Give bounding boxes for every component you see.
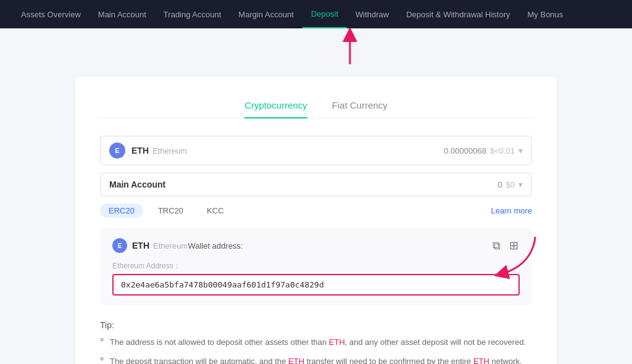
nav-margin-account[interactable]: Margin Account <box>230 0 302 28</box>
nav-deposit[interactable]: Deposit <box>302 0 347 28</box>
ethereum-address-label: Ethereum Address： <box>112 261 520 271</box>
coin-value: 0.00000068 $<0.01 <box>444 146 515 155</box>
ethereum-address-input[interactable] <box>112 274 520 296</box>
wallet-coin-symbol: ETH <box>132 241 149 250</box>
tip-list: The address is not allowed to deposit ot… <box>100 336 532 364</box>
account-balance: 0 $0 <box>497 180 515 189</box>
coin-fullname: Ethereum <box>152 146 187 155</box>
list-item: The deposit transaction will be automati… <box>100 355 532 364</box>
deposit-tabs: Cryptocurrency Fiat Currency <box>100 95 532 118</box>
chevron-down-icon: ▾ <box>518 146 523 155</box>
account-selector[interactable]: Main Account 0 $0 ▾ <box>100 173 532 196</box>
eth-icon: E <box>109 143 125 159</box>
nav-assets-overview[interactable]: Assets Overview <box>12 0 89 28</box>
coin-symbol: ETH <box>131 146 149 155</box>
eth-wallet-icon: E <box>112 238 127 253</box>
wallet-coin-full: Ethereum <box>153 241 188 250</box>
nav-trading-account[interactable]: Trading Account <box>155 0 230 28</box>
wallet-actions: ⧉ ⊞ <box>491 238 520 254</box>
chevron-down-icon-2: ▾ <box>518 180 523 189</box>
wallet-header: E ETH Ethereum Wallet address: ⧉ ⊞ <box>112 238 520 254</box>
nav-deposit-history[interactable]: Deposit & Withdrawal History <box>397 0 518 28</box>
navigation: Assets Overview Main Account Trading Acc… <box>0 0 632 28</box>
coin-selector[interactable]: E ETH Ethereum 0.00000068 $<0.01 ▾ <box>100 136 532 165</box>
nav-my-bonus[interactable]: My Bonus <box>519 0 572 28</box>
nav-withdraw[interactable]: Withdraw <box>347 0 397 28</box>
network-kcc[interactable]: KCC <box>198 204 232 218</box>
learn-more-link[interactable]: Learn more <box>491 206 532 215</box>
network-trc20[interactable]: TRC20 <box>149 204 192 218</box>
network-erc20[interactable]: ERC20 <box>100 204 143 218</box>
nav-main-account[interactable]: Main Account <box>89 0 155 28</box>
deposit-main: Cryptocurrency Fiat Currency E ETH Ether… <box>75 77 557 364</box>
wallet-address-box: E ETH Ethereum Wallet address: ⧉ ⊞ Ether… <box>100 228 532 305</box>
tip-title: Tip: <box>100 320 532 330</box>
network-row: ERC20 TRC20 KCC Learn more <box>100 204 532 218</box>
list-item: The address is not allowed to deposit ot… <box>100 336 532 349</box>
wallet-address-label: Wallet address: <box>188 241 243 250</box>
tab-cryptocurrency[interactable]: Cryptocurrency <box>244 95 307 118</box>
tip-section: Tip: The address is not allowed to depos… <box>100 320 532 364</box>
account-label: Main Account <box>109 180 165 189</box>
tab-fiat-currency[interactable]: Fiat Currency <box>332 95 388 118</box>
qr-code-button[interactable]: ⊞ <box>508 238 520 254</box>
copy-address-button[interactable]: ⧉ <box>491 238 502 254</box>
